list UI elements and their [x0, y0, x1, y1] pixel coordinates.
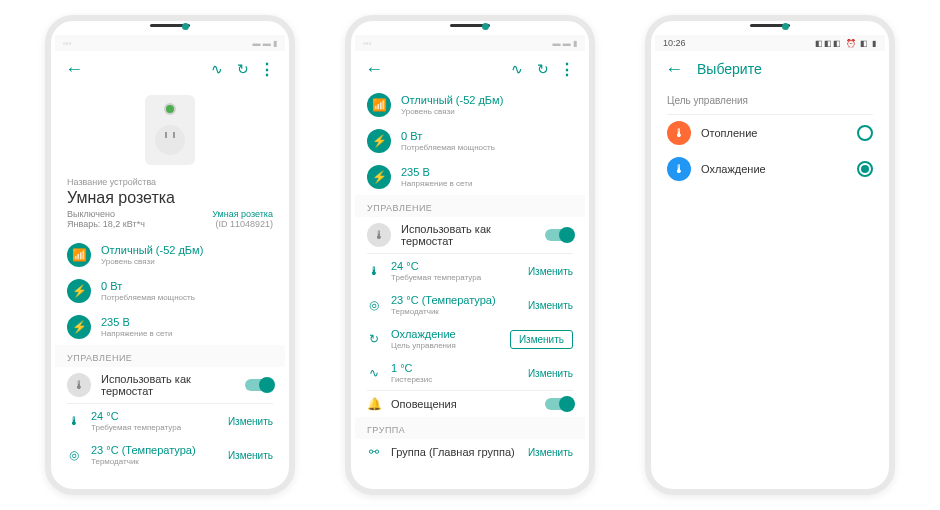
back-button[interactable]: ←: [65, 59, 83, 80]
graph-icon[interactable]: ∿: [211, 61, 223, 77]
bolt-icon: ⚡: [367, 129, 391, 153]
subtitle: Цель управления: [655, 87, 885, 114]
change-sensor[interactable]: Изменить: [528, 300, 573, 311]
target-temp-sub: Требуемая температура: [91, 423, 218, 432]
row-power[interactable]: ⚡ 0 Вт Потребляемая мощность: [355, 123, 585, 159]
section-group: ГРУППА: [355, 417, 585, 439]
row-thermostat[interactable]: 🌡 Использовать как термостат: [355, 217, 585, 253]
device-model: Умная розетка: [212, 209, 273, 219]
section-control: УПРАВЛЕНИЕ: [355, 195, 585, 217]
signal-title: Отличный (-52 дБм): [401, 94, 573, 106]
thermostat-label: Использовать как термостат: [401, 223, 535, 247]
device-consumption: Январь: 18,2 кВт*ч: [67, 219, 145, 229]
thermostat-toggle[interactable]: [545, 229, 573, 241]
option-cooling[interactable]: 🌡 Охлаждение: [655, 151, 885, 187]
hysteresis-title: 1 °C: [391, 362, 518, 374]
device-state: Выключено: [67, 209, 145, 219]
thermometer-icon: 🌡: [367, 223, 391, 247]
hysteresis-sub: Гистерезис: [391, 375, 518, 384]
top-bar: ← ∿ ↻ ⋮: [355, 51, 585, 87]
row-signal[interactable]: 📶 Отличный (-52 дБм) Уровень связи: [355, 87, 585, 123]
sensor-title: 23 °С (Температура): [391, 294, 518, 306]
voltage-title: 235 В: [401, 166, 573, 178]
refresh-icon[interactable]: ↻: [237, 61, 249, 77]
menu-dots-icon[interactable]: ⋮: [259, 60, 275, 79]
row-notifications[interactable]: 🔔 Оповещения: [355, 391, 585, 417]
graph-icon[interactable]: ∿: [511, 61, 523, 77]
power-sub: Потребляемая мощность: [401, 143, 573, 152]
cooling-radio[interactable]: [857, 161, 873, 177]
status-bar: 10:26 ◧◧◧ ⏰ ◧ ▮: [655, 35, 885, 51]
row-signal[interactable]: 📶 Отличный (-52 дБм) Уровень связи: [55, 237, 285, 273]
heating-icon: 🌡: [667, 121, 691, 145]
thermometer-icon: 🌡: [67, 373, 91, 397]
sensor-sub: Термодатчик: [91, 457, 218, 466]
heating-label: Отопление: [701, 127, 847, 139]
notifications-toggle[interactable]: [545, 398, 573, 410]
row-group[interactable]: ⚯ Группа (Главная группа) Изменить: [355, 439, 585, 465]
row-power[interactable]: ⚡ 0 Вт Потребляемая мощность: [55, 273, 285, 309]
top-bar: ← ∿ ↻ ⋮: [55, 51, 285, 87]
notifications-label: Оповещения: [391, 398, 535, 410]
temp-icon: 🌡: [367, 264, 381, 278]
heating-radio[interactable]: [857, 125, 873, 141]
row-target-temp[interactable]: 🌡 24 °C Требуемая температура Изменить: [355, 254, 585, 288]
goal-icon: ↻: [367, 332, 381, 346]
signal-title: Отличный (-52 дБм): [101, 244, 273, 256]
signal-sub: Уровень связи: [101, 257, 273, 266]
row-voltage[interactable]: ⚡ 235 В Напряжение в сети: [55, 309, 285, 345]
row-thermostat[interactable]: 🌡 Использовать как термостат: [55, 367, 285, 403]
voltage-title: 235 В: [101, 316, 273, 328]
menu-dots-icon[interactable]: ⋮: [559, 60, 575, 79]
sensor-icon: ◎: [367, 298, 381, 312]
device-label: Название устройства: [55, 177, 285, 187]
voltage-sub: Напряжение в сети: [401, 179, 573, 188]
wifi-icon: 📶: [67, 243, 91, 267]
wifi-icon: 📶: [367, 93, 391, 117]
sensor-sub: Термодатчик: [391, 307, 518, 316]
change-group[interactable]: Изменить: [528, 447, 573, 458]
target-temp-title: 24 °C: [91, 410, 218, 422]
row-goal[interactable]: ↻ Охлаждение Цель управления Изменить: [355, 322, 585, 356]
bell-icon: 🔔: [367, 397, 381, 411]
thermostat-toggle[interactable]: [245, 379, 273, 391]
bolt-icon: ⚡: [67, 279, 91, 303]
change-target-temp[interactable]: Изменить: [528, 266, 573, 277]
change-sensor[interactable]: Изменить: [228, 450, 273, 461]
page-title: Выберите: [697, 61, 762, 77]
change-hysteresis[interactable]: Изменить: [528, 368, 573, 379]
temp-icon: 🌡: [67, 414, 81, 428]
sensor-title: 23 °С (Температура): [91, 444, 218, 456]
option-heating[interactable]: 🌡 Отопление: [655, 115, 885, 151]
sensor-icon: ◎: [67, 448, 81, 462]
target-temp-title: 24 °C: [391, 260, 518, 272]
target-temp-sub: Требуемая температура: [391, 273, 518, 282]
device-id: (ID 11048921): [212, 219, 273, 229]
row-sensor[interactable]: ◎ 23 °С (Температура) Термодатчик Измени…: [55, 438, 285, 472]
row-voltage[interactable]: ⚡ 235 В Напряжение в сети: [355, 159, 585, 195]
status-bar: ◦◦◦▬ ▬ ▮: [355, 35, 585, 51]
status-bar: ◦◦◦▬ ▬ ▮: [55, 35, 285, 51]
row-target-temp[interactable]: 🌡 24 °C Требуемая температура Изменить: [55, 404, 285, 438]
row-hysteresis[interactable]: ∿ 1 °C Гистерезис Изменить: [355, 356, 585, 390]
status-time: 10:26: [663, 38, 686, 48]
voltage-sub: Напряжение в сети: [101, 329, 273, 338]
device-image: [55, 87, 285, 173]
hysteresis-icon: ∿: [367, 366, 381, 380]
power-title: 0 Вт: [101, 280, 273, 292]
device-name: Умная розетка: [55, 189, 285, 207]
power-title: 0 Вт: [401, 130, 573, 142]
cooling-icon: 🌡: [667, 157, 691, 181]
back-button[interactable]: ←: [665, 59, 683, 80]
goal-title: Охлаждение: [391, 328, 500, 340]
back-button[interactable]: ←: [365, 59, 383, 80]
change-target-temp[interactable]: Изменить: [228, 416, 273, 427]
refresh-icon[interactable]: ↻: [537, 61, 549, 77]
plug-icon: ⚡: [67, 315, 91, 339]
group-icon: ⚯: [367, 445, 381, 459]
change-goal[interactable]: Изменить: [510, 330, 573, 349]
top-bar: ← Выберите: [655, 51, 885, 87]
signal-sub: Уровень связи: [401, 107, 573, 116]
power-sub: Потребляемая мощность: [101, 293, 273, 302]
row-sensor[interactable]: ◎ 23 °С (Температура) Термодатчик Измени…: [355, 288, 585, 322]
